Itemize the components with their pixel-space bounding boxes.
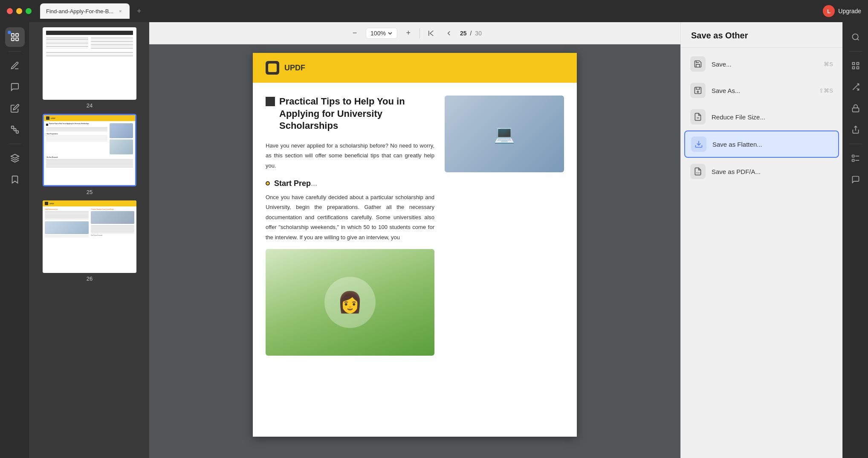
menu-item-save-as-pdfa[interactable]: PDF/A Save as PDF/A...	[684, 159, 839, 184]
thumbnail-page-24[interactable]	[43, 27, 136, 100]
svg-line-15	[857, 39, 859, 41]
reduce-file-size-label: Reduce File Size...	[712, 113, 827, 121]
pdf-title: Practical Tips to Help You in Applying f…	[279, 96, 434, 132]
pdf-section-start-prep-text: Once you have carefully decided about a …	[266, 192, 434, 242]
svg-text:PDF/A: PDF/A	[696, 172, 701, 174]
menu-item-save[interactable]: Save... ⌘S	[684, 51, 839, 77]
thumbnail-item-25: UPDF Practical Tips to Help You in Apply…	[35, 114, 144, 195]
save-shortcut: ⌘S	[824, 61, 833, 67]
tab-bar: Find-and-Apply-For-the-B... × +	[40, 3, 145, 19]
zoom-in-button[interactable]: +	[402, 26, 415, 40]
zoom-out-button[interactable]: −	[348, 26, 362, 40]
updf-logo-inner	[268, 64, 277, 72]
active-tab[interactable]: Find-and-Apply-For-the-B... ×	[40, 3, 130, 19]
save-as-pdfa-icon: PDF/A	[690, 164, 706, 179]
thumbnail-page-num-26: 26	[87, 275, 93, 282]
right-panel: Save as Other Save... ⌘S	[680, 22, 842, 458]
pdf-header: UPDF	[253, 53, 577, 83]
user-avatar: L	[823, 5, 835, 17]
right-sidebar-icon-protect[interactable]	[846, 99, 865, 118]
toolbar-divider	[420, 28, 420, 38]
upgrade-label: Upgrade	[838, 8, 861, 14]
sidebar-icon-thumbnails[interactable]	[5, 27, 25, 47]
svg-rect-6	[16, 131, 18, 133]
minimize-window-button[interactable]	[16, 8, 22, 14]
thumbnail-page-26[interactable]: UPDF • Add Distinctiveness	[43, 200, 136, 273]
right-sidebar-icon-search[interactable]	[846, 27, 865, 47]
new-tab-button[interactable]: +	[133, 5, 145, 17]
right-sidebar-divider-1	[849, 51, 862, 52]
reduce-file-size-icon	[690, 109, 706, 125]
svg-rect-16	[852, 63, 854, 65]
right-sidebar-icon-ocr[interactable]	[846, 56, 865, 75]
pdf-right-column: 💻	[445, 96, 564, 356]
thumbnail-item-24: 24	[35, 27, 144, 109]
svg-rect-25	[852, 159, 854, 162]
maximize-window-button[interactable]	[26, 8, 32, 14]
right-sidebar-icon-organize[interactable]	[846, 148, 865, 168]
updf-logo-box	[266, 61, 279, 75]
page-separator: /	[470, 30, 472, 37]
menu-item-save-as-flatten[interactable]: Save as Flatten...	[684, 130, 839, 158]
sidebar-icon-shapes[interactable]	[5, 120, 25, 139]
sidebar-icon-edit[interactable]	[5, 99, 25, 118]
sidebar-icon-comment[interactable]	[5, 77, 25, 97]
svg-rect-18	[852, 67, 854, 69]
svg-rect-24	[852, 155, 854, 157]
save-as-flatten-icon	[691, 136, 706, 152]
svg-point-4	[14, 128, 16, 131]
thumbnail-page-num-25: 25	[87, 189, 93, 195]
toolbar: − 100% + 25 / 30	[149, 22, 680, 44]
svg-rect-2	[11, 38, 14, 41]
svg-rect-3	[15, 38, 18, 41]
content-area[interactable]: UPDF Practical Tips to Help You in Apply…	[149, 44, 680, 458]
pdf-right-image: 💻	[445, 96, 564, 172]
section-title-start-prep: Start Prep...	[274, 179, 317, 188]
right-panel-menu: Save... ⌘S Save As... ⇧⌘S	[681, 48, 842, 188]
pdf-body: Practical Tips to Help You in Applying f…	[253, 83, 577, 368]
svg-rect-1	[15, 34, 18, 36]
save-icon	[690, 56, 706, 72]
sidebar-icon-layers[interactable]	[5, 148, 25, 168]
svg-rect-5	[11, 126, 14, 129]
pdf-section-start-prep: Start Prep...	[266, 179, 434, 188]
main-area: 24 UPDF Practical Tips to Help You in Ap…	[0, 22, 868, 458]
save-as-flatten-label: Save as Flatten...	[712, 141, 826, 148]
title-icon	[266, 97, 275, 106]
content-wrapper: − 100% + 25 / 30	[149, 22, 680, 458]
sidebar-icon-bookmark[interactable]	[5, 170, 25, 189]
total-pages: 30	[475, 30, 482, 37]
sidebar-divider-1	[9, 51, 21, 52]
left-sidebar	[0, 22, 30, 458]
right-panel-header: Save as Other	[681, 22, 842, 48]
zoom-display[interactable]: 100%	[366, 28, 397, 39]
thumbnail-page-25[interactable]: UPDF Practical Tips to Help You in Apply…	[43, 114, 136, 186]
right-sidebar-icon-chat[interactable]	[846, 170, 865, 189]
toolbar-controls: − 100% + 25 / 30	[348, 26, 482, 40]
sidebar-divider-2	[9, 144, 21, 144]
first-page-button[interactable]	[424, 26, 438, 40]
save-as-icon	[690, 83, 706, 98]
thumbnail-page-num-24: 24	[87, 102, 93, 109]
close-window-button[interactable]	[7, 8, 13, 14]
menu-item-save-as[interactable]: Save As... ⇧⌘S	[684, 78, 839, 103]
svg-rect-22	[852, 108, 859, 112]
svg-rect-17	[856, 63, 859, 65]
traffic-lights	[7, 8, 32, 14]
right-sidebar-icon-convert[interactable]	[846, 77, 865, 97]
right-sidebar	[842, 22, 868, 458]
svg-rect-0	[11, 34, 14, 36]
tab-close-button[interactable]: ×	[117, 8, 124, 14]
upgrade-button[interactable]: L Upgrade	[823, 5, 861, 17]
bullet-circle	[266, 181, 270, 186]
zoom-level: 100%	[370, 30, 386, 37]
titlebar: Find-and-Apply-For-the-B... × + L Upgrad…	[0, 0, 868, 22]
prev-page-button[interactable]	[442, 26, 456, 40]
save-as-label: Save As...	[712, 87, 813, 94]
current-page: 25	[460, 30, 467, 37]
pdf-left-column: Practical Tips to Help You in Applying f…	[266, 96, 434, 356]
sidebar-icon-annotate[interactable]	[5, 56, 25, 75]
svg-marker-7	[11, 154, 18, 158]
right-sidebar-icon-share[interactable]	[846, 120, 865, 139]
menu-item-reduce-file-size[interactable]: Reduce File Size...	[684, 104, 839, 130]
